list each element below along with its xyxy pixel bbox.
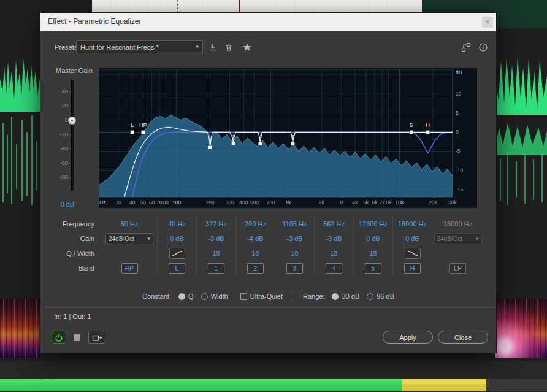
eq-band-marker-2[interactable] xyxy=(208,145,212,149)
band-L-button[interactable]: L xyxy=(169,263,185,274)
low-shelf-icon[interactable] xyxy=(169,248,185,259)
chevron-down-icon xyxy=(476,236,479,242)
band-2-button[interactable]: 2 xyxy=(247,263,264,274)
master-gain-tick-label: 20 xyxy=(62,102,68,109)
constant-width-label: Width xyxy=(211,293,228,300)
band-LP-slope-value: 24dB/Oct xyxy=(437,236,463,242)
band-L-gain[interactable]: 0 dB xyxy=(170,235,184,242)
freq-axis-label: 10k xyxy=(395,199,404,206)
footer-divider xyxy=(40,307,496,308)
band-5-frequency[interactable]: 12800 Hz xyxy=(359,220,388,228)
eq-band-marker-HP[interactable] xyxy=(141,130,145,134)
eq-graph-svg[interactable]: LHP21435H3040506070801002003004005007001… xyxy=(99,68,477,208)
band-3-gain[interactable]: -3 dB xyxy=(286,235,302,242)
band-column-LP: 18000 Hz24dB/OctLP xyxy=(432,217,483,275)
eq-band-marker-3[interactable] xyxy=(291,142,295,145)
eq-band-marker-H[interactable] xyxy=(426,130,430,134)
band-1-q[interactable]: 18 xyxy=(212,250,220,257)
effect-power-toggle[interactable] xyxy=(52,331,66,344)
band-HP-frequency[interactable]: 50 Hz xyxy=(121,220,139,228)
background-spectrogram-left xyxy=(0,299,40,358)
eq-band-marker-1[interactable] xyxy=(231,142,235,145)
constant-width-radio[interactable] xyxy=(201,293,208,300)
band-column-2: 200 Hz-4 dB182 xyxy=(235,217,275,275)
routing-icon[interactable] xyxy=(460,41,472,53)
band-column-3: 1105 Hz-3 dB183 xyxy=(275,217,314,275)
bands-row-label: Band xyxy=(53,261,102,275)
ultra-quiet-checkbox[interactable] xyxy=(240,293,247,300)
band-5-gain[interactable]: 0 dB xyxy=(366,235,380,242)
range-96db-option[interactable]: 96 dB xyxy=(367,293,394,300)
constant-q-radio[interactable] xyxy=(178,293,185,300)
db-axis-label: 5 xyxy=(456,110,459,116)
bypass-square-button[interactable] xyxy=(74,334,80,341)
marker-line xyxy=(239,0,240,12)
eq-band-marker-L[interactable] xyxy=(131,130,134,134)
dialog-close-button[interactable]: × xyxy=(482,17,493,28)
band-column-L: 40 Hz0 dBL xyxy=(157,217,196,275)
band-H-button[interactable]: H xyxy=(404,263,421,274)
master-gain-value[interactable]: 0 dB xyxy=(54,201,81,208)
master-gain-tick-label: -80 xyxy=(60,174,68,180)
eq-band-marker-5[interactable] xyxy=(410,130,413,134)
band-4-button[interactable]: 4 xyxy=(326,263,342,274)
band-HP-slope-dropdown[interactable]: 24dB/Oct xyxy=(105,233,153,244)
freq-axis-label: 8k xyxy=(386,199,392,206)
constant-width-option[interactable]: Width xyxy=(201,293,228,300)
freq-axis-label: 30 xyxy=(115,199,121,206)
band-2-q[interactable]: 18 xyxy=(251,250,259,257)
range-30db-radio[interactable] xyxy=(332,293,339,300)
delete-preset-icon[interactable] xyxy=(223,41,235,53)
band-3-button[interactable]: 3 xyxy=(286,263,303,274)
db-axis-label: dB xyxy=(456,69,462,75)
band-1-button[interactable]: 1 xyxy=(208,263,224,274)
range-30db-option[interactable]: 30 dB xyxy=(332,293,359,300)
band-3-q[interactable]: 18 xyxy=(291,250,298,257)
band-LP-button[interactable]: LP xyxy=(449,263,466,274)
band-1-gain[interactable]: -3 dB xyxy=(208,235,224,242)
band-4-frequency[interactable]: 562 Hz xyxy=(323,220,345,228)
range-30db-label: 30 dB xyxy=(342,293,359,300)
master-gain-slider-track[interactable] xyxy=(71,80,74,191)
band-4-q[interactable]: 18 xyxy=(330,250,337,257)
dialog-titlebar[interactable]: Effect - Parametric Equalizer × xyxy=(40,13,496,31)
band-5-q[interactable]: 18 xyxy=(369,250,377,257)
freq-axis-label: 70 xyxy=(156,199,163,206)
range-96db-radio[interactable] xyxy=(367,293,373,300)
band-4-gain[interactable]: -3 dB xyxy=(326,235,342,242)
background-waveform-left xyxy=(0,55,40,207)
band-5-button[interactable]: 5 xyxy=(365,263,381,274)
master-gain-slider-knob[interactable] xyxy=(67,116,77,125)
save-preset-icon[interactable] xyxy=(207,41,219,53)
favorite-preset-icon[interactable] xyxy=(241,41,253,53)
effects-rack-button[interactable] xyxy=(88,331,105,344)
constant-q-option[interactable]: Q xyxy=(178,293,194,300)
band-H-frequency[interactable]: 18000 Hz xyxy=(398,220,427,228)
band-HP-button[interactable]: HP xyxy=(121,263,138,274)
apply-button[interactable]: Apply xyxy=(383,331,433,344)
high-shelf-icon[interactable] xyxy=(405,248,421,259)
playhead-dashed-line xyxy=(177,0,178,12)
screen: Effect - Parametric Equalizer × Presets:… xyxy=(0,0,547,392)
band-L-frequency[interactable]: 40 Hz xyxy=(168,220,186,228)
band-H-gain[interactable]: 0 dB xyxy=(405,235,419,242)
band-LP-frequency[interactable]: 18000 Hz xyxy=(443,220,472,228)
band-column-HP: 50 Hz24dB/OctHP xyxy=(102,217,157,275)
band-2-frequency[interactable]: 200 Hz xyxy=(245,220,266,228)
band-3-frequency[interactable]: 1105 Hz xyxy=(282,220,307,228)
db-axis-label: -5 xyxy=(456,148,461,154)
background-spectrogram-right xyxy=(495,299,547,358)
eq-band-marker-label: 1 xyxy=(232,134,235,140)
presets-dropdown[interactable]: Hunt for Resonant Freqs * xyxy=(76,40,203,53)
band-1-frequency[interactable]: 322 Hz xyxy=(205,220,227,228)
close-button[interactable]: Close xyxy=(438,331,488,344)
info-icon[interactable] xyxy=(477,41,489,53)
constant-label: Constant: xyxy=(142,293,171,300)
eq-band-marker-4[interactable] xyxy=(258,142,262,145)
freq-axis-label: 1k xyxy=(285,199,291,206)
freq-axis-label: 400 xyxy=(239,199,248,206)
ultra-quiet-option[interactable]: Ultra-Quiet xyxy=(240,293,283,300)
band-2-gain[interactable]: -4 dB xyxy=(247,235,263,242)
band-LP-slope-dropdown[interactable]: 24dB/Oct xyxy=(434,233,482,244)
freq-axis-label: 5k xyxy=(363,199,369,206)
